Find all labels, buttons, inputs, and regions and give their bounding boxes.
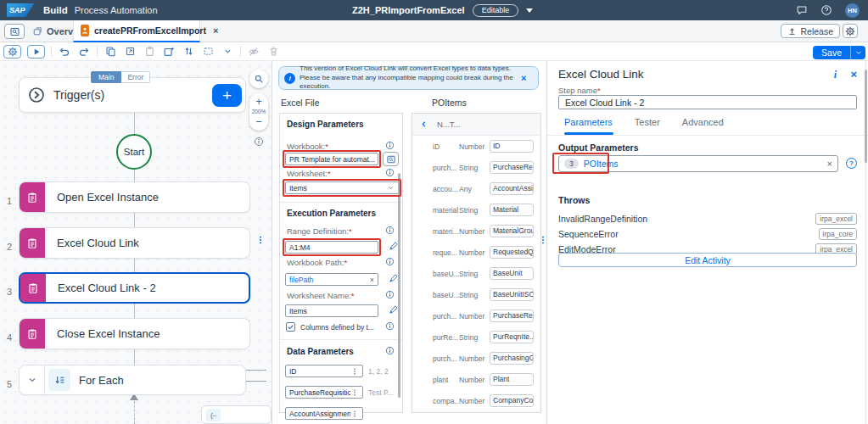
- redo-icon[interactable]: [77, 45, 91, 59]
- tab-createprfromexcelimport[interactable]: createPRFromExcelImport ×: [73, 20, 200, 42]
- poitems-value-input[interactable]: BaseUnitISO...: [490, 288, 534, 301]
- collapse-chevron-icon[interactable]: [20, 365, 45, 394]
- workbook-path-info-icon[interactable]: [385, 257, 395, 266]
- poitems-value-input[interactable]: PurchaseRe...: [490, 310, 534, 322]
- poitems-value-input[interactable]: PurchasingG...: [490, 352, 534, 365]
- poitems-value-input[interactable]: RequestedQ...: [490, 246, 534, 259]
- node-for-each[interactable]: For Each: [19, 365, 246, 395]
- node-close-excel-instance[interactable]: Close Excel Instance: [19, 318, 250, 349]
- more-icon[interactable]: [350, 388, 359, 397]
- poitems-value-input[interactable]: Material: [490, 204, 534, 216]
- columns-info-icon[interactable]: [385, 321, 395, 331]
- poitems-value-input[interactable]: ID: [490, 140, 534, 153]
- panel-splitter-grip[interactable]: [255, 234, 266, 246]
- poitems-value-input[interactable]: PurchaseRe...: [490, 161, 534, 174]
- duplicate-icon[interactable]: [123, 45, 137, 59]
- zoom-in-button[interactable]: +: [255, 96, 262, 107]
- excel-file-card: Design Parameters Workbook:* PR Template…: [279, 113, 403, 413]
- poitems-row: materialStringMaterial: [412, 199, 540, 220]
- add-step-icon[interactable]: [162, 45, 176, 59]
- worksheet-name-info-icon[interactable]: [385, 290, 395, 299]
- more-icon[interactable]: [350, 410, 359, 418]
- output-help-icon[interactable]: ?: [846, 158, 857, 169]
- data-param-input[interactable]: AccountAssignmentC...: [285, 407, 363, 420]
- editable-status-pill[interactable]: Editable: [473, 4, 519, 17]
- clear-icon[interactable]: ×: [827, 159, 832, 169]
- poitems-value-input[interactable]: CompanyCo...: [490, 394, 534, 407]
- zoom-out-button[interactable]: −: [255, 116, 262, 127]
- poitems-value-input[interactable]: MaterialGroup: [490, 225, 534, 237]
- add-trigger-button[interactable]: +: [212, 84, 242, 107]
- chevron-down-icon[interactable]: [221, 45, 234, 59]
- execution-parameters-heading: Execution Parameters: [287, 209, 376, 218]
- poitems-value-input[interactable]: AccountAssi...: [490, 182, 534, 195]
- tab-close-icon[interactable]: ×: [213, 25, 218, 36]
- paste-icon[interactable]: [143, 45, 156, 59]
- workbook-path-input[interactable]: filePath×: [285, 273, 378, 286]
- tab-tester[interactable]: Tester: [635, 117, 660, 127]
- automation-settings-button[interactable]: [3, 45, 21, 59]
- scrollbar-thumb[interactable]: [865, 70, 867, 163]
- select-area-icon[interactable]: [201, 45, 215, 59]
- scrollbar-thumb[interactable]: [398, 173, 400, 398]
- test-run-button[interactable]: [27, 45, 45, 59]
- collapsed-node[interactable]: {–: [201, 405, 272, 424]
- worksheet-info-icon[interactable]: [385, 168, 395, 177]
- canvas-search-button[interactable]: [249, 70, 268, 88]
- more-icon[interactable]: [350, 367, 359, 376]
- output-parameter-field[interactable]: 3 POItems ×: [558, 155, 838, 172]
- undo-icon[interactable]: [58, 45, 71, 59]
- copy-icon[interactable]: [104, 45, 117, 59]
- start-node[interactable]: Start: [116, 134, 152, 170]
- workbook-info-icon[interactable]: [385, 141, 395, 150]
- data-param-input[interactable]: ID: [285, 365, 363, 377]
- workbook-picker-button[interactable]: [383, 152, 399, 166]
- explore-button[interactable]: [4, 24, 25, 39]
- node-open-excel-instance[interactable]: Open Excel Instance: [19, 181, 250, 213]
- node-excel-cloud-link[interactable]: Excel Cloud Link: [19, 227, 250, 259]
- sort-icon[interactable]: [182, 45, 195, 59]
- help-icon[interactable]: [820, 4, 832, 16]
- worksheet-name-input[interactable]: Items: [285, 304, 378, 317]
- step-name-input[interactable]: Excel Cloud Link - 2: [558, 95, 857, 109]
- poitems-row: purch...StringPurchaseRe...: [412, 157, 540, 178]
- save-button[interactable]: Save: [813, 46, 865, 59]
- range-definition-input[interactable]: A1:M4: [285, 241, 378, 254]
- tab-parameters[interactable]: Parameters: [564, 117, 613, 127]
- branch-tab-main[interactable]: Main: [91, 71, 121, 83]
- poitems-value-input[interactable]: PurReqnIte...: [490, 331, 534, 343]
- settings-button[interactable]: [843, 24, 858, 38]
- delete-icon[interactable]: [266, 45, 280, 59]
- columns-checkbox[interactable]: [286, 322, 295, 332]
- poitems-value-input[interactable]: BaseUnit: [490, 267, 534, 280]
- range-info-icon[interactable]: [385, 226, 395, 235]
- workbook-input[interactable]: PR Template for automat...: [285, 153, 378, 165]
- window-scrollbar[interactable]: [865, 61, 867, 424]
- save-menu-caret-icon[interactable]: [851, 46, 865, 59]
- avatar[interactable]: HN: [845, 3, 860, 18]
- canvas-info-icon[interactable]: [254, 137, 264, 147]
- panel-close-icon[interactable]: ×: [850, 68, 857, 81]
- data-param-input[interactable]: PurchaseRequisitionIt...: [285, 386, 363, 399]
- branch-tab-error[interactable]: Error: [121, 71, 150, 83]
- worksheet-select[interactable]: Items: [285, 181, 399, 194]
- panel-splitter-grip[interactable]: [538, 234, 548, 246]
- release-button[interactable]: Release: [781, 24, 840, 38]
- edit-activity-button[interactable]: Edit Activity: [558, 253, 857, 267]
- status-caret-icon[interactable]: [526, 8, 533, 13]
- banner-close-icon[interactable]: ×: [521, 73, 526, 83]
- node-excel-cloud-link-2[interactable]: Excel Cloud Link - 2: [19, 272, 250, 304]
- tab-advanced[interactable]: Advanced: [682, 117, 724, 127]
- zoom-level[interactable]: 200%: [252, 109, 266, 114]
- hide-icon[interactable]: [247, 45, 260, 59]
- feedback-icon[interactable]: [796, 4, 808, 16]
- activity-info-icon[interactable]: i: [834, 69, 837, 81]
- clear-icon[interactable]: ×: [370, 276, 374, 284]
- data-parameters-info-icon[interactable]: [385, 346, 395, 355]
- poitems-row: compa...NumberCompanyCo...: [412, 390, 540, 411]
- poitems-value-input[interactable]: Plant: [490, 373, 534, 386]
- back-chevron-icon[interactable]: [419, 120, 428, 129]
- workflow-canvas[interactable]: Main Error Trigger(s) + Start 1 Open Exc…: [0, 61, 272, 424]
- automation-icon: [81, 25, 89, 36]
- output-chip-label[interactable]: POItems: [584, 159, 619, 169]
